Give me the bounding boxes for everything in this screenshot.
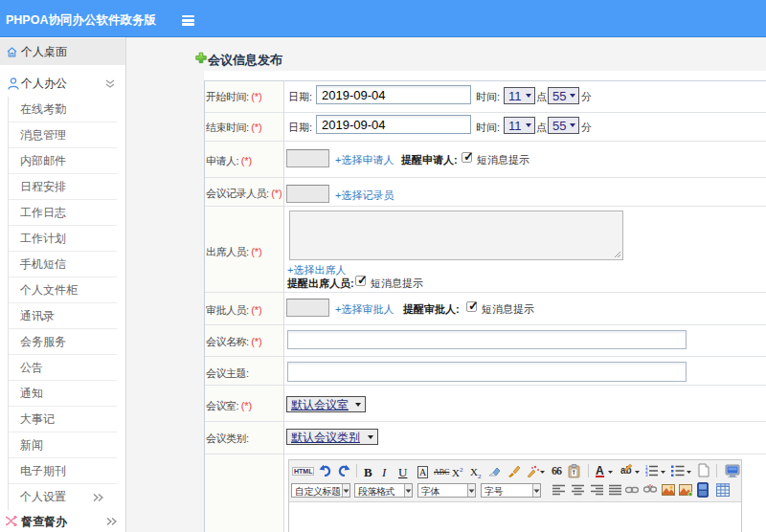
svg-text:3: 3 bbox=[645, 473, 648, 477]
